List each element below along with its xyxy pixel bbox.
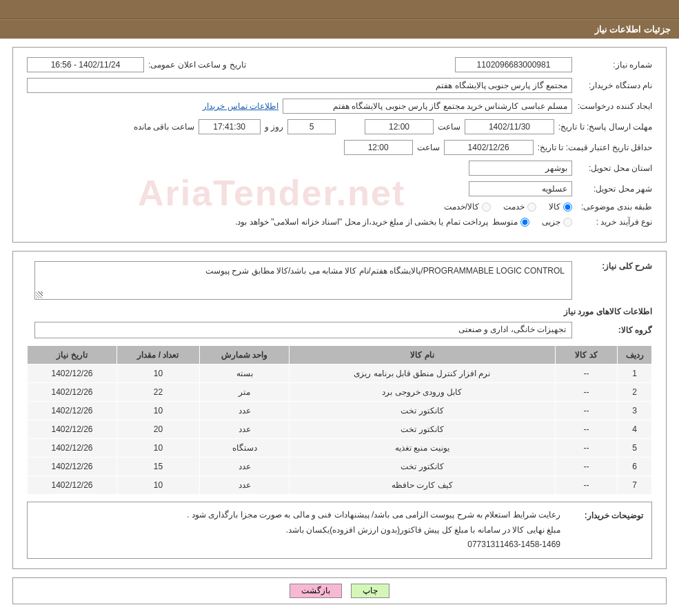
print-button[interactable]: چاپ bbox=[351, 584, 389, 598]
back-button[interactable]: بازگشت bbox=[290, 584, 342, 598]
table-header-row: ردیف کد کالا نام کالا واحد شمارش تعداد /… bbox=[28, 346, 652, 365]
purchase-type-radios: جزیی متوسط bbox=[492, 217, 572, 227]
radio-khadamat-input[interactable] bbox=[527, 203, 536, 212]
th-qty: تعداد / مقدار bbox=[117, 346, 200, 365]
items-subhead: اطلاعات کالاهای مورد نیاز bbox=[27, 307, 652, 316]
cell-n: 1 bbox=[618, 365, 652, 383]
buyer-contact-link[interactable]: اطلاعات تماس خریدار bbox=[203, 101, 278, 111]
th-name: نام کالا bbox=[290, 346, 556, 365]
cell-date: 1402/12/26 bbox=[28, 476, 117, 495]
province-label: استان محل تحویل: bbox=[576, 163, 652, 173]
buyer-org-label: نام دستگاه خریدار: bbox=[576, 81, 652, 90]
cell-date: 1402/12/26 bbox=[28, 365, 117, 383]
th-row: ردیف bbox=[618, 346, 652, 365]
group-label: گروه کالا: bbox=[576, 325, 652, 335]
table-row[interactable]: 4--کانکتور تختعدد201402/12/26 bbox=[28, 420, 652, 439]
deadline-date: 1402/11/30 bbox=[465, 119, 554, 134]
cell-code: -- bbox=[556, 476, 618, 495]
cell-code: -- bbox=[556, 458, 618, 476]
radio-medium[interactable]: متوسط bbox=[492, 217, 529, 227]
creator-field: مسلم عباسی کارشناس خرید مجتمع گاز پارس ج… bbox=[283, 99, 572, 114]
cell-qty: 20 bbox=[117, 420, 200, 439]
cell-n: 5 bbox=[618, 439, 652, 458]
th-date: تاریخ نیاز bbox=[28, 346, 117, 365]
cell-qty: 15 bbox=[117, 458, 200, 476]
th-unit: واحد شمارش bbox=[200, 346, 290, 365]
purchase-note: پرداخت تمام یا بخشی از مبلغ خرید،از محل … bbox=[235, 217, 488, 227]
ann-date-label: تاریخ و ساعت اعلان عمومی: bbox=[148, 60, 246, 70]
deadline-label: مهلت ارسال پاسخ: تا تاریخ: bbox=[558, 121, 652, 133]
cell-name: کابل ورودی خروجی برد bbox=[290, 383, 556, 402]
hour-label-1: ساعت bbox=[438, 122, 460, 132]
cell-qty: 10 bbox=[117, 476, 200, 495]
group-field: تجهیزات خانگی، اداری و صنعتی bbox=[34, 322, 572, 338]
table-row[interactable]: 5--یونیت منبع تغذیهدستگاه101402/12/26 bbox=[28, 439, 652, 458]
buyer-notes-text: رعایت شرایط استعلام به شرح پیوست الزامی … bbox=[36, 508, 560, 553]
radio-kala-input[interactable] bbox=[563, 203, 572, 212]
cell-qty: 10 bbox=[117, 365, 200, 383]
cell-unit: متر bbox=[200, 383, 290, 402]
buyer-notes-label: توضیحات خریدار: bbox=[567, 508, 643, 520]
ann-date-field: 1402/11/24 - 16:56 bbox=[27, 57, 144, 72]
cell-code: -- bbox=[556, 420, 618, 439]
radio-kalakhadamat[interactable]: کالا/خدمت bbox=[444, 202, 491, 212]
cell-name: یونیت منبع تغذیه bbox=[290, 439, 556, 458]
top-strip bbox=[0, 0, 679, 19]
creator-label: ایجاد کننده درخواست: bbox=[576, 101, 652, 111]
cell-unit: عدد bbox=[200, 476, 290, 495]
city-field: عسلویه bbox=[469, 181, 572, 196]
cell-name: نرم افزار کنترل منطق قابل برنامه ریزی bbox=[290, 365, 556, 383]
days-label: روز و bbox=[265, 122, 283, 132]
cell-name: کیف کارت حافظه bbox=[290, 476, 556, 495]
need-desc-label: شرح کلی نیاز: bbox=[576, 261, 652, 271]
cell-n: 7 bbox=[618, 476, 652, 495]
cell-name: کانکتور تخت bbox=[290, 402, 556, 420]
validity-label: حداقل تاریخ اعتبار قیمت: تا تاریخ: bbox=[538, 142, 652, 154]
radio-khadamat[interactable]: خدمت bbox=[503, 202, 536, 212]
deadline-time: 12:00 bbox=[365, 119, 434, 134]
req-no-label: شماره نیاز: bbox=[576, 60, 652, 70]
cell-date: 1402/12/26 bbox=[28, 439, 117, 458]
cell-code: -- bbox=[556, 383, 618, 402]
buyer-notes-box: توضیحات خریدار: رعایت شرایط استعلام به ش… bbox=[27, 502, 652, 559]
items-table: ردیف کد کالا نام کالا واحد شمارش تعداد /… bbox=[27, 345, 652, 495]
radio-partial[interactable]: جزیی bbox=[542, 217, 572, 227]
radio-kala[interactable]: کالا bbox=[549, 202, 572, 212]
cell-unit: عدد bbox=[200, 402, 290, 420]
cell-date: 1402/12/26 bbox=[28, 458, 117, 476]
subject-label: طبقه بندی موضوعی: bbox=[576, 202, 652, 212]
buyer-org-field: مجتمع گاز پارس جنوبی پالایشگاه هفتم bbox=[27, 78, 572, 93]
remain-label: ساعت باقی مانده bbox=[134, 122, 194, 132]
cell-n: 6 bbox=[618, 458, 652, 476]
table-row[interactable]: 6--کانکتور تختعدد151402/12/26 bbox=[28, 458, 652, 476]
cell-n: 4 bbox=[618, 420, 652, 439]
hour-label-2: ساعت bbox=[417, 143, 440, 152]
cell-qty: 10 bbox=[117, 402, 200, 420]
table-row[interactable]: 2--کابل ورودی خروجی بردمتر221402/12/26 bbox=[28, 383, 652, 402]
province-field: بوشهر bbox=[469, 161, 572, 176]
cell-name: کانکتور تخت bbox=[290, 420, 556, 439]
cell-name: کانکتور تخت bbox=[290, 458, 556, 476]
cell-code: -- bbox=[556, 402, 618, 420]
validity-date: 1402/12/26 bbox=[444, 140, 534, 155]
time-remaining: 17:41:30 bbox=[199, 119, 261, 134]
page-title-bar: جزئیات اطلاعات نیاز bbox=[0, 19, 679, 39]
cell-unit: عدد bbox=[200, 458, 290, 476]
cell-unit: بسته bbox=[200, 365, 290, 383]
cell-n: 3 bbox=[618, 402, 652, 420]
need-desc-area[interactable]: PROGRAMMABLE LOGIC CONTROL/پالایشگاه هفت… bbox=[34, 261, 572, 300]
resize-handle-icon[interactable] bbox=[36, 291, 43, 298]
items-section: شرح کلی نیاز: PROGRAMMABLE LOGIC CONTROL… bbox=[12, 251, 667, 569]
table-row[interactable]: 1--نرم افزار کنترل منطق قابل برنامه ریزی… bbox=[28, 365, 652, 383]
cell-n: 2 bbox=[618, 383, 652, 402]
radio-medium-input[interactable] bbox=[520, 218, 529, 227]
table-row[interactable]: 3--کانکتور تختعدد101402/12/26 bbox=[28, 402, 652, 420]
radio-partial-input[interactable] bbox=[563, 218, 572, 227]
radio-kalakhadamat-input[interactable] bbox=[482, 203, 491, 212]
page-title: جزئیات اطلاعات نیاز bbox=[595, 24, 671, 34]
footer-actions: چاپ بازگشت bbox=[12, 577, 667, 604]
city-label: شهر محل تحویل: bbox=[576, 184, 652, 194]
purchase-type-label: نوع فرآیند خرید : bbox=[576, 217, 652, 227]
subject-radios: کالا خدمت کالا/خدمت bbox=[444, 202, 572, 212]
table-row[interactable]: 7--کیف کارت حافظهعدد101402/12/26 bbox=[28, 476, 652, 495]
